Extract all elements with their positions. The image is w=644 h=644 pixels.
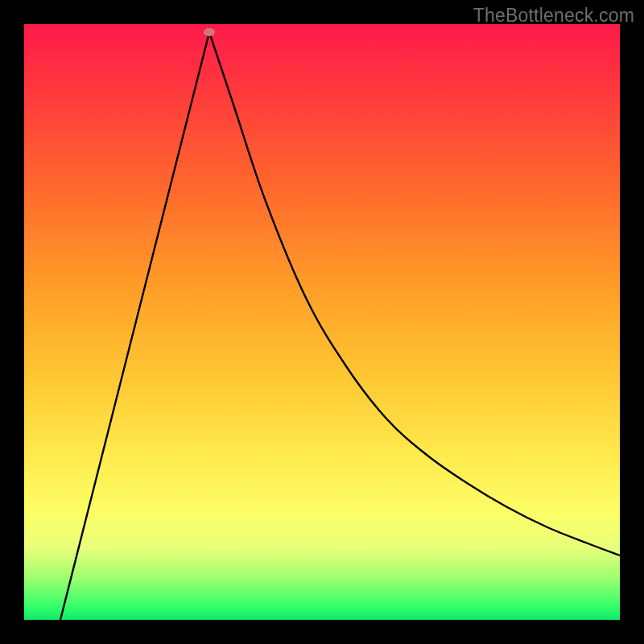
chart-curve xyxy=(24,24,620,620)
chart-plot-area xyxy=(24,24,620,620)
minimum-marker xyxy=(204,28,215,36)
curve-left-branch xyxy=(60,32,209,620)
watermark-text: TheBottleneck.com xyxy=(473,5,634,27)
curve-right-branch xyxy=(209,32,620,555)
